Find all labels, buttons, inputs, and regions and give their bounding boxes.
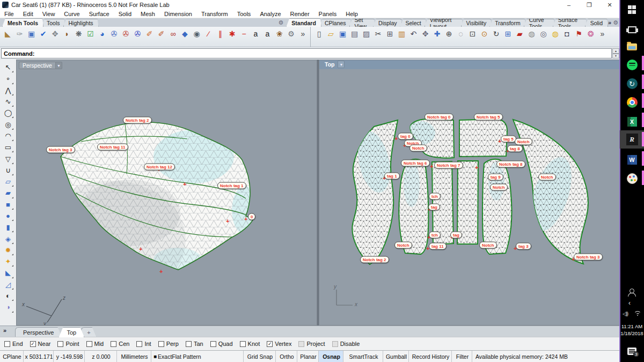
status-cell[interactable]: Grid Snap: [244, 351, 276, 362]
circle-icon[interactable]: ◯: [2, 107, 14, 119]
viewport-layout-icon[interactable]: ⊞: [502, 28, 514, 39]
cylinder-icon[interactable]: ▮: [2, 221, 14, 233]
tab-overflow-icon[interactable]: »: [608, 19, 611, 26]
command-input[interactable]: [34, 49, 611, 57]
settings-gear-icon[interactable]: ⚙: [286, 28, 297, 39]
arc-icon[interactable]: ◠: [2, 130, 14, 142]
toolbar-tab[interactable]: Visibility: [461, 19, 492, 27]
osnap-toggle[interactable]: Vertex: [267, 341, 291, 347]
text-a-strike-icon[interactable]: a: [262, 28, 273, 39]
checkbox-icon[interactable]: [332, 341, 338, 347]
new-file-icon[interactable]: ▯: [313, 28, 325, 39]
checkbox-icon[interactable]: [111, 341, 116, 347]
render-icon[interactable]: ◍: [526, 28, 537, 39]
chevron-down-icon[interactable]: ▼: [55, 62, 62, 69]
status-cell[interactable]: CPlane: [0, 351, 24, 362]
copy-icon[interactable]: ⊞: [384, 28, 396, 39]
toolbar-tab[interactable]: Standard: [286, 18, 321, 27]
doc-check-icon[interactable]: ☑: [85, 28, 96, 39]
command-history-spinner[interactable]: ▲ ▼: [612, 48, 619, 58]
checkbox-icon[interactable]: [30, 341, 36, 347]
remove-notch-icon[interactable]: −: [238, 28, 250, 39]
hidden-icons-chevron-icon[interactable]: ‹: [628, 299, 631, 307]
binoculars-icon[interactable]: ∞: [167, 28, 179, 39]
media-sync-app[interactable]: ↻: [620, 75, 644, 93]
taskbar-clock[interactable]: 11:21 AM 1/18/2018: [620, 323, 644, 337]
osnap-toggle[interactable]: Near: [30, 341, 51, 347]
surface-icon[interactable]: ▰: [2, 187, 14, 198]
sphere-icon[interactable]: ●: [2, 210, 14, 221]
osnap-toggle[interactable]: Mid: [86, 341, 104, 347]
command-box[interactable]: Command:: [1, 48, 612, 58]
status-cell[interactable]: Osnap: [319, 351, 343, 362]
toolbar-tab[interactable]: Transform: [489, 19, 525, 27]
osnap-toggle[interactable]: Cen: [111, 341, 129, 347]
viewport-top[interactable]: Top ▼ y x Notch tag 0Notch tag 5tag 0Not…: [319, 60, 620, 326]
overflow-chevron-icon[interactable]: »: [297, 28, 309, 39]
box-icon[interactable]: ■: [2, 199, 14, 210]
print-icon[interactable]: ▤: [349, 28, 360, 39]
menu-item[interactable]: Mesh: [141, 11, 155, 17]
close-button[interactable]: ✕: [599, 0, 620, 10]
status-cell[interactable]: Record History: [409, 351, 452, 362]
approve-check-icon[interactable]: ✔: [38, 28, 49, 39]
spotify-app[interactable]: [620, 56, 644, 74]
excel-app[interactable]: X: [620, 113, 644, 131]
osnap-toggle[interactable]: Tan: [186, 341, 203, 347]
viewport-title-label[interactable]: Top: [321, 61, 338, 68]
mesh-cube-icon[interactable]: ◈: [2, 233, 14, 244]
minimize-button[interactable]: –: [559, 0, 579, 10]
action-center-icon[interactable]: 3: [627, 348, 636, 355]
split-icon[interactable]: ◿: [2, 279, 14, 290]
save-file-icon[interactable]: ▣: [337, 28, 348, 39]
spray-can-icon[interactable]: ✇: [108, 28, 120, 39]
toolbar-tab[interactable]: CPlanes: [319, 19, 352, 27]
text-a-icon[interactable]: a: [250, 28, 261, 39]
toolbar-tab[interactable]: Surface Tools: [553, 19, 587, 27]
gear-icon[interactable]: ⚙: [278, 19, 283, 26]
menu-item[interactable]: Help: [346, 11, 358, 17]
toolbar-tab[interactable]: Viewport Layout: [425, 19, 463, 27]
status-cell[interactable]: Filter: [452, 351, 472, 362]
status-cell[interactable]: Available physical memory: 2424 MB: [472, 351, 601, 362]
paste-icon[interactable]: ▥: [396, 28, 407, 39]
checkbox-icon[interactable]: [267, 341, 273, 347]
osnap-toggle[interactable]: End: [4, 341, 23, 347]
status-cell[interactable]: z 0.000: [85, 351, 117, 362]
center-snap-icon[interactable]: ◎: [538, 28, 549, 39]
curve-icon[interactable]: ∿: [2, 96, 14, 107]
wifi-icon[interactable]: [634, 311, 641, 317]
gear-icon[interactable]: ⚙: [613, 19, 618, 26]
checkbox-icon[interactable]: [57, 341, 63, 347]
chevron-down-icon[interactable]: ▼: [338, 61, 345, 68]
zoom-icon[interactable]: ⊕: [443, 28, 455, 39]
checkbox-icon[interactable]: [4, 341, 10, 347]
toolbar-tab[interactable]: Curve Tools: [524, 19, 555, 27]
layer-flag-icon[interactable]: ⚑: [573, 28, 584, 39]
viewport-tab[interactable]: Perspective: [15, 327, 62, 337]
flatten-stamp-icon[interactable]: ◣: [2, 28, 13, 39]
cut-icon[interactable]: ✂: [372, 28, 384, 39]
viewport-tab[interactable]: Top: [58, 327, 84, 337]
status-cell[interactable]: ■ ExactFlat Pattern: [151, 351, 244, 362]
polyline-icon[interactable]: ⋀: [2, 85, 14, 96]
word-app[interactable]: W: [620, 151, 644, 169]
toolbar-tab[interactable]: Solid: [585, 19, 608, 27]
task-view-button[interactable]: [620, 20, 644, 39]
status-cell[interactable]: Millimeters: [117, 351, 151, 362]
shaded-view-icon[interactable]: ▰: [514, 28, 525, 39]
spin-down-icon[interactable]: ▼: [612, 54, 619, 59]
toolbar-tab[interactable]: Select: [400, 19, 426, 27]
status-cell[interactable]: y -149.598: [54, 351, 85, 362]
select-cursor-icon[interactable]: ↖: [2, 62, 14, 73]
overflow-chevron-icon[interactable]: »: [597, 28, 608, 39]
spray-can-c-icon[interactable]: ✇: [120, 28, 131, 39]
point-icon[interactable]: ∘: [2, 73, 14, 84]
menu-item[interactable]: Edit: [23, 11, 33, 17]
boolean-diff-icon[interactable]: ◑: [2, 301, 14, 313]
checkbox-icon[interactable]: [86, 341, 92, 347]
checkbox-icon[interactable]: [240, 341, 246, 347]
polygon-icon[interactable]: ▽: [2, 153, 14, 164]
mesh-sphere-icon[interactable]: ◉: [191, 28, 202, 39]
osnap-toggle[interactable]: Project: [298, 341, 325, 347]
